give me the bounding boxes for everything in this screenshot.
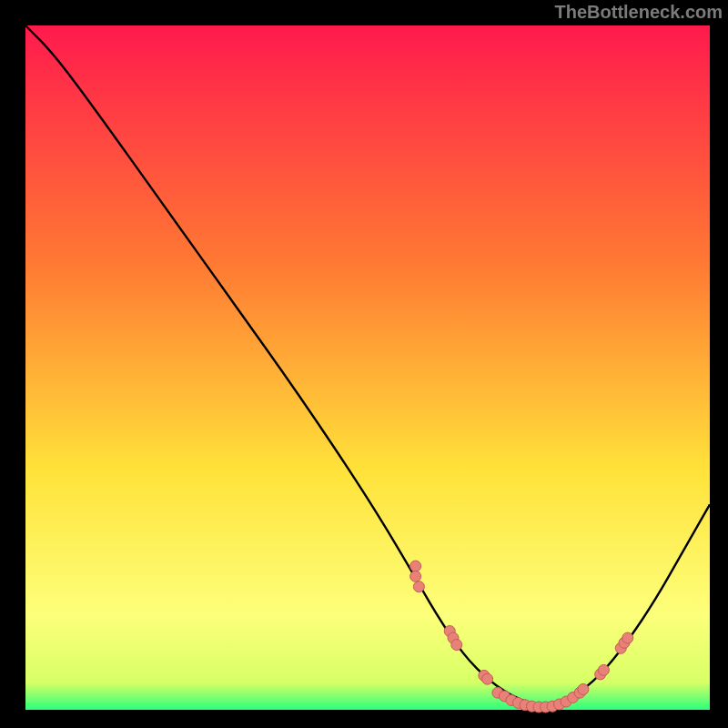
data-point	[482, 673, 493, 684]
bottleneck-chart	[0, 0, 728, 728]
data-point	[410, 561, 421, 571]
data-point	[410, 571, 421, 581]
gradient-background	[25, 25, 710, 710]
data-point	[598, 664, 609, 675]
watermark-text: TheBottleneck.com	[555, 2, 723, 23]
data-point	[622, 632, 633, 643]
data-point	[578, 683, 589, 694]
data-point	[413, 581, 424, 592]
data-point	[451, 640, 462, 651]
chart-container: TheBottleneck.com	[0, 0, 728, 728]
